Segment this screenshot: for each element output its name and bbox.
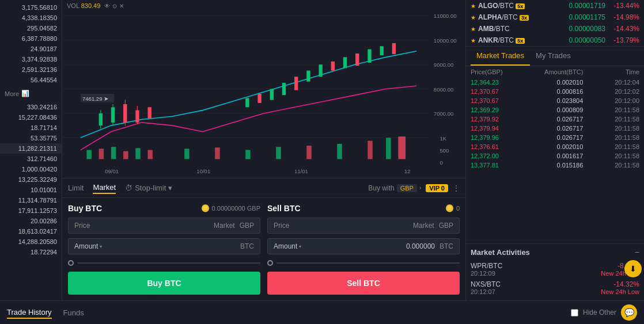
sell-slider-handle[interactable] (267, 260, 273, 266)
sell-price-value: Market (413, 222, 434, 230)
price-item[interactable]: 6,387.78880 (0, 33, 62, 44)
stop-limit-dropdown[interactable]: ⏱ Stop-limit ▾ (125, 184, 172, 192)
trade-row[interactable]: 12,372.00 0.001617 20:11:58 (466, 151, 644, 161)
trade-row[interactable]: 12,379.96 0.026717 20:11:58 (466, 133, 644, 142)
buy-slider-track[interactable] (77, 262, 260, 264)
svg-text:10000.00: 10000.00 (434, 37, 457, 44)
vol-eye-icon[interactable]: 👁 (104, 3, 110, 9)
buy-amount-row[interactable]: Amount ▾ BTC (68, 238, 260, 254)
price-item[interactable]: 4,338.18350 (0, 13, 62, 23)
vol-close-icon[interactable]: ✕ (119, 3, 124, 9)
activity-item-nxs[interactable]: NXS/BTC 20:12:07 -14.32% New 24h Low (471, 279, 639, 297)
chat-button[interactable]: 💬 (621, 304, 637, 321)
pair-change: -13.44% (608, 2, 639, 10)
tab-market[interactable]: Market (93, 182, 116, 194)
price-item[interactable]: 295.04582 (0, 23, 62, 33)
price-item[interactable]: 2,591.32136 (0, 64, 62, 75)
trade-price: 12,379.94 (471, 125, 527, 132)
watchlist-item-amb[interactable]: ★ AMB/BTC 0.00000083 -14.43% (466, 23, 644, 35)
buy-button[interactable]: Buy BTC (68, 272, 260, 295)
price-item[interactable]: 20.00286 (0, 216, 62, 226)
price-item[interactable]: 11,314.78791 (0, 195, 62, 205)
tab-market-trades[interactable]: Market Trades (471, 47, 530, 66)
vol-info-icon[interactable]: ⊙ (112, 3, 117, 9)
sell-amount-row[interactable]: Amount ▾ 0.000000 BTC (267, 238, 460, 254)
chevron-down-icon: ▾ (168, 184, 172, 192)
trade-row[interactable]: 12,369.29 0.000809 20:11:58 (466, 105, 644, 115)
tab-my-trades[interactable]: My Trades (530, 47, 577, 66)
more-label: More (5, 90, 19, 97)
trade-time: 20:12:00 (583, 97, 639, 104)
buy-price-row[interactable]: Price Market GBP (68, 218, 260, 234)
more-options-icon[interactable]: ⋮ (453, 184, 460, 192)
vol-controls: 👁 ⊙ ✕ (104, 3, 124, 9)
price-item[interactable]: 18,613.02417 (0, 226, 62, 237)
price-item[interactable]: 1,000.00420 (0, 164, 62, 174)
tab-funds[interactable]: Funds (63, 307, 84, 318)
sell-slider[interactable] (267, 259, 460, 267)
price-item[interactable]: 17,911.12573 (0, 205, 62, 216)
sell-slider-track[interactable] (276, 262, 460, 264)
price-item[interactable]: 11,282.21311 (0, 143, 62, 154)
more-button[interactable]: More 📊 (0, 87, 62, 100)
svg-rect-38 (306, 146, 311, 159)
watchlist-item-ankr[interactable]: ★ ANKR/BTC 5x 0.00000050 -13.79% (466, 35, 644, 46)
svg-text:11000.00: 11000.00 (434, 13, 457, 19)
collapse-icon[interactable]: − (635, 247, 639, 257)
buy-amount-dropdown[interactable]: Amount ▾ (74, 242, 102, 250)
activity-item-wpr[interactable]: WPR/BTC 20:12:09 -8.16% New 24h Low (471, 260, 639, 279)
trade-row[interactable]: 12,379.92 0.026717 20:11:58 (466, 115, 644, 124)
trade-row[interactable]: 13,377.81 0.015186 20:11:58 (466, 161, 644, 170)
price-item[interactable]: 330.24216 (0, 102, 62, 112)
buy-slider[interactable] (68, 259, 260, 267)
tab-limit[interactable]: Limit (68, 182, 84, 193)
svg-rect-42 (398, 136, 406, 159)
trade-amount: 0.026717 (527, 116, 584, 123)
price-item[interactable]: 53.35775 (0, 133, 62, 143)
buy-slider-handle[interactable] (68, 260, 74, 266)
svg-rect-15 (245, 98, 249, 107)
trade-row[interactable]: 12,370.67 0.000816 20:12:02 (466, 87, 644, 96)
price-item[interactable]: 24.90187 (0, 44, 62, 54)
trade-row[interactable]: 12,376.61 0.002010 20:11:58 (466, 142, 644, 151)
price-item[interactable]: 10.01001 (0, 185, 62, 195)
price-item[interactable]: 56.44554 (0, 75, 62, 85)
sell-amount-dropdown[interactable]: Amount ▾ (274, 242, 301, 250)
price-item[interactable]: 14,288.20580 (0, 237, 62, 247)
sell-price-row[interactable]: Price Market GBP (267, 218, 460, 234)
price-item[interactable]: 18.72294 (0, 247, 62, 257)
sell-button[interactable]: Sell BTC (267, 272, 460, 295)
vip-badge[interactable]: VIP 0 (426, 184, 448, 192)
watchlist-item-alpha[interactable]: ★ ALPHA/BTC 3x 0.00001175 -14.98% (466, 12, 644, 23)
price-item[interactable]: 15,227.08436 (0, 112, 62, 123)
price-item[interactable]: 18.71714 (0, 123, 62, 133)
pair-change: -14.98% (608, 13, 639, 21)
trade-time: 20:11:58 (583, 134, 639, 141)
gbp-badge[interactable]: GBP (397, 184, 417, 192)
download-button[interactable]: ⬇ (624, 260, 642, 277)
svg-rect-39 (337, 144, 342, 159)
svg-rect-32 (135, 148, 140, 159)
activity-pair: NXS/BTC (471, 280, 501, 288)
price-item[interactable]: 3,374.92838 (0, 54, 62, 64)
price-item[interactable]: 312.71460 (0, 154, 62, 164)
tab-trade-history[interactable]: Trade History (7, 307, 52, 319)
wallet-icon: 🪙 (201, 204, 210, 212)
buy-amount-label: Amount (74, 242, 98, 250)
hide-other-checkbox[interactable] (571, 309, 578, 317)
buy-balance-value: 0.00000000 GBP (212, 205, 260, 212)
trade-row[interactable]: 12,379.94 0.026717 20:11:58 (466, 124, 644, 133)
watchlist-item-algo[interactable]: ★ ALGO/BTC 5x 0.00001719 -13.44% (466, 0, 644, 12)
trades-list: 12,364.23 0.002010 20:12:04 12,370.67 0.… (466, 78, 644, 243)
price-item[interactable]: 3,175.56810 (0, 2, 62, 13)
sell-balance: 🪙 0 (445, 204, 460, 212)
svg-rect-26 (380, 46, 384, 55)
trades-tabs: Market Trades My Trades (466, 47, 644, 66)
trade-amount: 0.001617 (527, 153, 584, 159)
trade-row[interactable]: 12,370.67 0.023804 20:12:00 (466, 96, 644, 105)
price-item[interactable]: 13,225.32249 (0, 174, 62, 185)
bottom-bar: Trade History Funds Hide Other 💬 (0, 300, 644, 324)
svg-rect-23 (343, 57, 347, 68)
trade-row[interactable]: 12,364.23 0.002010 20:12:04 (466, 78, 644, 87)
trade-amount: 0.002010 (527, 79, 584, 86)
